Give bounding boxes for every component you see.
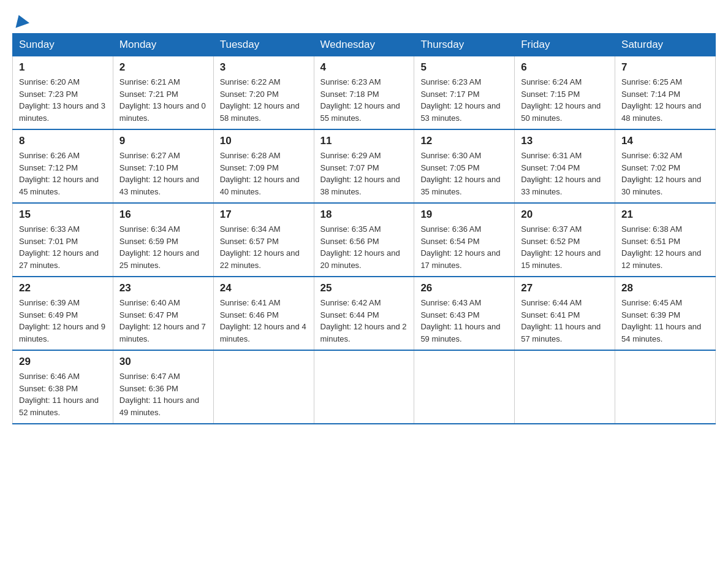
calendar-cell: 28 Sunrise: 6:45 AMSunset: 6:39 PMDaylig… (615, 277, 716, 350)
day-number: 20 (521, 209, 609, 221)
calendar-cell: 6 Sunrise: 6:24 AMSunset: 7:15 PMDayligh… (515, 56, 615, 130)
day-info: Sunrise: 6:46 AMSunset: 6:38 PMDaylight:… (19, 372, 99, 417)
day-info: Sunrise: 6:32 AMSunset: 7:02 PMDaylight:… (621, 151, 701, 196)
calendar-cell: 2 Sunrise: 6:21 AMSunset: 7:21 PMDayligh… (113, 56, 213, 130)
day-number: 26 (420, 282, 508, 294)
calendar-cell: 9 Sunrise: 6:27 AMSunset: 7:10 PMDayligh… (113, 129, 213, 203)
calendar-cell: 19 Sunrise: 6:36 AMSunset: 6:54 PMDaylig… (414, 203, 515, 277)
day-info: Sunrise: 6:24 AMSunset: 7:15 PMDaylight:… (521, 77, 601, 123)
calendar-cell: 12 Sunrise: 6:30 AMSunset: 7:05 PMDaylig… (414, 129, 515, 203)
column-header-thursday: Thursday (414, 34, 515, 56)
day-info: Sunrise: 6:29 AMSunset: 7:07 PMDaylight:… (320, 151, 400, 196)
calendar-cell: 30 Sunrise: 6:47 AMSunset: 6:36 PMDaylig… (113, 350, 213, 424)
calendar-cell: 3 Sunrise: 6:22 AMSunset: 7:20 PMDayligh… (213, 56, 314, 130)
day-number: 29 (19, 356, 107, 368)
calendar-cell: 1 Sunrise: 6:20 AMSunset: 7:23 PMDayligh… (13, 56, 113, 130)
calendar-week-row: 1 Sunrise: 6:20 AMSunset: 7:23 PMDayligh… (13, 56, 716, 130)
calendar-cell: 5 Sunrise: 6:23 AMSunset: 7:17 PMDayligh… (414, 56, 515, 130)
day-info: Sunrise: 6:35 AMSunset: 6:56 PMDaylight:… (320, 224, 400, 270)
day-number: 9 (119, 135, 207, 147)
svg-marker-0 (12, 12, 29, 28)
calendar-cell: 20 Sunrise: 6:37 AMSunset: 6:52 PMDaylig… (515, 203, 615, 277)
day-info: Sunrise: 6:34 AMSunset: 6:59 PMDaylight:… (119, 224, 199, 270)
day-info: Sunrise: 6:34 AMSunset: 6:57 PMDaylight:… (220, 224, 300, 270)
calendar-cell: 18 Sunrise: 6:35 AMSunset: 6:56 PMDaylig… (314, 203, 414, 277)
day-number: 28 (621, 282, 709, 294)
column-header-saturday: Saturday (615, 34, 716, 56)
calendar-week-row: 29 Sunrise: 6:46 AMSunset: 6:38 PMDaylig… (13, 350, 716, 424)
calendar-cell: 8 Sunrise: 6:26 AMSunset: 7:12 PMDayligh… (13, 129, 113, 203)
calendar-cell: 25 Sunrise: 6:42 AMSunset: 6:44 PMDaylig… (314, 277, 414, 350)
day-info: Sunrise: 6:30 AMSunset: 7:05 PMDaylight:… (420, 151, 500, 196)
day-info: Sunrise: 6:41 AMSunset: 6:46 PMDaylight:… (220, 298, 306, 343)
calendar-cell: 15 Sunrise: 6:33 AMSunset: 7:01 PMDaylig… (13, 203, 113, 277)
day-number: 4 (320, 61, 408, 74)
column-header-tuesday: Tuesday (213, 34, 314, 56)
calendar-cell: 4 Sunrise: 6:23 AMSunset: 7:18 PMDayligh… (314, 56, 414, 130)
day-number: 24 (220, 282, 308, 294)
day-number: 27 (521, 282, 609, 294)
day-number: 5 (420, 61, 508, 74)
day-number: 22 (19, 282, 107, 294)
column-header-monday: Monday (113, 34, 213, 56)
column-header-sunday: Sunday (13, 34, 113, 56)
day-number: 13 (521, 135, 609, 147)
day-info: Sunrise: 6:45 AMSunset: 6:39 PMDaylight:… (621, 298, 701, 343)
day-info: Sunrise: 6:28 AMSunset: 7:09 PMDaylight:… (220, 151, 300, 196)
calendar-cell: 17 Sunrise: 6:34 AMSunset: 6:57 PMDaylig… (213, 203, 314, 277)
day-number: 18 (320, 209, 408, 221)
calendar-cell: 26 Sunrise: 6:43 AMSunset: 6:43 PMDaylig… (414, 277, 515, 350)
day-info: Sunrise: 6:43 AMSunset: 6:43 PMDaylight:… (420, 298, 500, 343)
day-number: 15 (19, 209, 107, 221)
calendar-cell: 21 Sunrise: 6:38 AMSunset: 6:51 PMDaylig… (615, 203, 716, 277)
logo (12, 12, 29, 27)
calendar-cell: 24 Sunrise: 6:41 AMSunset: 6:46 PMDaylig… (213, 277, 314, 350)
day-number: 25 (320, 282, 408, 294)
day-number: 11 (320, 135, 408, 147)
day-info: Sunrise: 6:37 AMSunset: 6:52 PMDaylight:… (521, 224, 601, 270)
day-number: 12 (420, 135, 508, 147)
day-info: Sunrise: 6:40 AMSunset: 6:47 PMDaylight:… (119, 298, 206, 343)
calendar-cell: 16 Sunrise: 6:34 AMSunset: 6:59 PMDaylig… (113, 203, 213, 277)
day-number: 21 (621, 209, 709, 221)
day-number: 8 (19, 135, 107, 147)
day-number: 14 (621, 135, 709, 147)
day-info: Sunrise: 6:26 AMSunset: 7:12 PMDaylight:… (19, 151, 99, 196)
calendar-cell (615, 350, 716, 424)
day-number: 17 (220, 209, 308, 221)
day-number: 3 (220, 61, 308, 74)
day-info: Sunrise: 6:23 AMSunset: 7:18 PMDaylight:… (320, 77, 400, 123)
day-info: Sunrise: 6:25 AMSunset: 7:14 PMDaylight:… (621, 77, 701, 123)
day-info: Sunrise: 6:44 AMSunset: 6:41 PMDaylight:… (521, 298, 601, 343)
day-info: Sunrise: 6:27 AMSunset: 7:10 PMDaylight:… (119, 151, 199, 196)
calendar-week-row: 22 Sunrise: 6:39 AMSunset: 6:49 PMDaylig… (13, 277, 716, 350)
day-number: 2 (119, 61, 207, 74)
calendar-cell: 14 Sunrise: 6:32 AMSunset: 7:02 PMDaylig… (615, 129, 716, 203)
calendar-cell: 13 Sunrise: 6:31 AMSunset: 7:04 PMDaylig… (515, 129, 615, 203)
day-number: 30 (119, 356, 207, 368)
day-info: Sunrise: 6:33 AMSunset: 7:01 PMDaylight:… (19, 224, 99, 270)
calendar-week-row: 8 Sunrise: 6:26 AMSunset: 7:12 PMDayligh… (13, 129, 716, 203)
day-number: 6 (521, 61, 609, 74)
day-info: Sunrise: 6:31 AMSunset: 7:04 PMDaylight:… (521, 151, 601, 196)
day-info: Sunrise: 6:22 AMSunset: 7:20 PMDaylight:… (220, 77, 300, 123)
calendar-cell: 7 Sunrise: 6:25 AMSunset: 7:14 PMDayligh… (615, 56, 716, 130)
calendar-cell: 27 Sunrise: 6:44 AMSunset: 6:41 PMDaylig… (515, 277, 615, 350)
day-info: Sunrise: 6:38 AMSunset: 6:51 PMDaylight:… (621, 224, 701, 270)
column-header-wednesday: Wednesday (314, 34, 414, 56)
calendar-cell: 23 Sunrise: 6:40 AMSunset: 6:47 PMDaylig… (113, 277, 213, 350)
calendar-cell: 11 Sunrise: 6:29 AMSunset: 7:07 PMDaylig… (314, 129, 414, 203)
day-info: Sunrise: 6:21 AMSunset: 7:21 PMDaylight:… (119, 77, 206, 123)
day-number: 1 (19, 61, 107, 74)
calendar-cell (213, 350, 314, 424)
day-info: Sunrise: 6:47 AMSunset: 6:36 PMDaylight:… (119, 372, 199, 417)
page-header (12, 12, 716, 27)
day-number: 16 (119, 209, 207, 221)
column-header-friday: Friday (515, 34, 615, 56)
day-info: Sunrise: 6:42 AMSunset: 6:44 PMDaylight:… (320, 298, 407, 343)
calendar-week-row: 15 Sunrise: 6:33 AMSunset: 7:01 PMDaylig… (13, 203, 716, 277)
calendar-cell (314, 350, 414, 424)
day-info: Sunrise: 6:20 AMSunset: 7:23 PMDaylight:… (19, 77, 105, 123)
day-number: 10 (220, 135, 308, 147)
logo-triangle-icon (12, 12, 29, 29)
